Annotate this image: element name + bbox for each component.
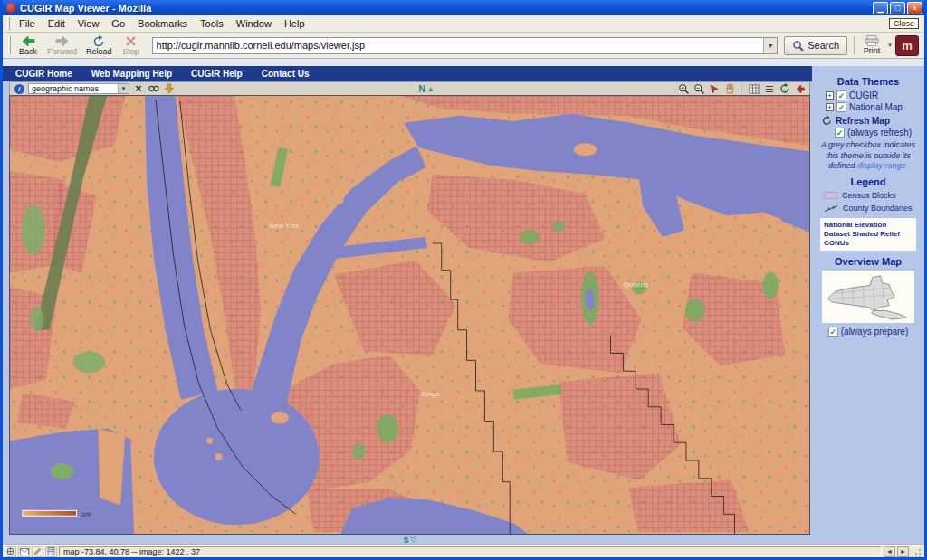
always-refresh-row[interactable]: (always refresh) (835, 128, 922, 138)
zoom-in-icon[interactable] (677, 83, 690, 95)
magnifier-plus-icon (678, 83, 690, 95)
layer-select-value: geographic names (29, 84, 118, 93)
nav-contact-us[interactable]: Contact Us (256, 69, 323, 79)
site-nav-bar: CUGIR Home Web Mapping Help CUGIR Help C… (3, 66, 812, 81)
nav-cugir-home[interactable]: CUGIR Home (10, 69, 86, 79)
expand-icon[interactable] (826, 91, 834, 100)
map-toolbar: geographic names ▼ N ▲ (9, 81, 810, 95)
legend-header: Legend (815, 176, 922, 187)
pointer-icon (709, 84, 720, 94)
clear-selection-icon[interactable] (132, 83, 145, 95)
resize-grip[interactable] (911, 546, 922, 557)
close-tooltip: Close (889, 18, 919, 29)
back-extent-icon[interactable] (794, 83, 807, 95)
navigator-component-icon[interactable] (5, 546, 16, 557)
label-kings: Kings (422, 390, 440, 398)
south-label: S (403, 536, 408, 545)
page-content: CUGIR Home Web Mapping Help CUGIR Help C… (3, 66, 924, 545)
layer-select[interactable]: geographic names ▼ (28, 83, 129, 94)
minimize-button[interactable]: ▁ (873, 2, 888, 14)
table-view-icon[interactable] (748, 83, 760, 95)
north-indicator: N ▲ (418, 84, 434, 94)
south-arrow-icon[interactable]: ▽ (410, 536, 416, 544)
identify-icon[interactable] (708, 83, 721, 95)
refresh-map-link[interactable]: Refresh Map (822, 116, 922, 126)
maximize-button[interactable]: □ (890, 2, 905, 14)
menu-view[interactable]: View (72, 17, 106, 30)
composer-component-icon[interactable] (32, 546, 43, 557)
nav-web-mapping-help[interactable]: Web Mapping Help (86, 69, 186, 79)
search-button[interactable]: Search (784, 36, 847, 55)
legend-list-icon[interactable] (763, 83, 776, 95)
down-arrow-icon (164, 83, 175, 94)
theme-row-cugir[interactable]: CUGIR (826, 90, 922, 100)
chevron-down-icon[interactable]: ▼ (118, 84, 129, 93)
cugir-checkbox[interactable] (836, 90, 846, 100)
national-map-checkbox[interactable] (836, 102, 846, 112)
binoculars-icon (148, 84, 159, 93)
pan-icon[interactable] (723, 83, 736, 95)
stop-button[interactable]: Stop (117, 35, 146, 56)
scroll-left-icon[interactable]: ◄ (884, 546, 895, 557)
grid-icon (749, 84, 760, 94)
menu-file[interactable]: File (13, 17, 42, 30)
always-refresh-label: (always refresh) (847, 128, 912, 138)
back-label: Back (19, 48, 37, 56)
print-label: Print (864, 47, 881, 55)
menu-go[interactable]: Go (105, 17, 131, 30)
print-button[interactable]: Print (857, 35, 886, 55)
forward-arrow-icon (55, 35, 69, 47)
toolbar-grippy[interactable] (8, 36, 11, 55)
refresh-icon (779, 83, 790, 94)
print-dropdown-arrow[interactable]: ▼ (887, 43, 893, 48)
refresh-view-icon[interactable] (779, 83, 791, 95)
zoom-out-icon[interactable] (693, 83, 705, 95)
url-dropdown-button[interactable]: ▼ (763, 38, 777, 53)
forward-button[interactable]: Forward (43, 35, 81, 56)
reload-label: Reload (86, 48, 112, 56)
theme-row-national-map[interactable]: National Map (826, 102, 922, 112)
magnifier-minus-icon (693, 83, 705, 95)
mail-component-icon[interactable] (18, 546, 30, 557)
north-arrow-icon[interactable]: ▲ (427, 85, 435, 93)
url-input[interactable] (153, 38, 764, 53)
title-bar[interactable]: CUGIR Map Viewer - Mozilla ▁ □ × (3, 0, 924, 15)
menu-bookmarks[interactable]: Bookmarks (131, 17, 194, 30)
map-viewport: New York Queens Kings 1mi (9, 95, 810, 535)
nav-cugir-help[interactable]: CUGIR Help (186, 69, 256, 79)
sidebar: Data Themes CUGIR National Map Refresh M… (812, 66, 924, 545)
forward-label: Forward (47, 48, 77, 56)
always-prepare-row[interactable]: (always prepare) (815, 327, 922, 337)
overview-map[interactable] (822, 271, 914, 323)
close-button[interactable]: × (907, 2, 922, 14)
toolbar-grippy[interactable] (7, 17, 10, 29)
display-range-link[interactable]: display range. (857, 161, 908, 170)
menu-edit[interactable]: Edit (42, 17, 72, 30)
always-refresh-checkbox[interactable] (835, 128, 845, 138)
hand-icon (724, 83, 735, 94)
stop-label: Stop (122, 48, 139, 56)
addressbook-component-icon[interactable] (45, 546, 57, 557)
status-text: map -73.84, 40.78 -- image: 1422 , 37 (59, 546, 882, 556)
reload-icon (92, 35, 105, 47)
printer-icon (865, 35, 879, 46)
find-icon[interactable] (148, 83, 160, 95)
back-button[interactable]: Back (14, 35, 43, 56)
search-label: Search (808, 40, 839, 51)
always-prepare-checkbox[interactable] (828, 327, 838, 337)
map-canvas[interactable]: New York Queens Kings 1mi (10, 96, 809, 534)
county-boundaries-swatch (824, 204, 838, 213)
menu-window[interactable]: Window (230, 17, 278, 30)
mozilla-throbber-icon[interactable]: m (895, 35, 919, 56)
meadow-lake (586, 289, 595, 310)
expand-icon[interactable] (826, 103, 834, 111)
scroll-right-icon[interactable]: ► (897, 546, 909, 557)
menu-help[interactable]: Help (278, 17, 311, 30)
grey-checkbox-note: A grey checkbox indicates this theme is … (818, 140, 918, 172)
zoom-full-extent-icon[interactable] (163, 83, 176, 95)
reload-button[interactable]: Reload (81, 35, 117, 56)
menu-tools[interactable]: Tools (194, 17, 230, 30)
stop-icon (125, 35, 137, 47)
info-icon[interactable] (13, 83, 25, 95)
census-blocks-swatch (824, 192, 837, 199)
